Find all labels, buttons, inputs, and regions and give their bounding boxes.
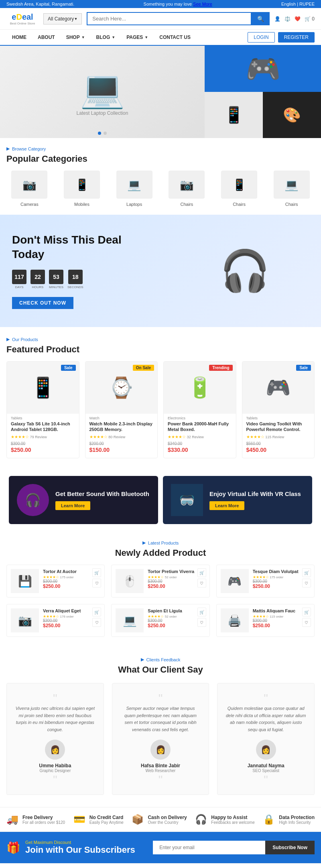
- hero-phone: 📱: [205, 92, 263, 138]
- promo-vr-cta[interactable]: Learn More: [209, 501, 244, 510]
- nav-about[interactable]: ABOUT: [32, 30, 61, 45]
- newly-product-info-6: Mattis Aliquam Fauc ★★★★☆ 115 order $300…: [253, 608, 310, 628]
- testimonials-label: Clients Feedback: [6, 657, 315, 662]
- add-to-cart-button[interactable]: 🛒: [92, 608, 101, 616]
- newsletter-email-input[interactable]: [153, 841, 265, 854]
- category-dropdown[interactable]: All Category ▼: [43, 13, 82, 24]
- add-to-cart-button[interactable]: 🛒: [302, 608, 311, 616]
- newly-product-actions-3: 🛒 ♡: [302, 568, 311, 587]
- wishlist-button[interactable]: ♡: [302, 579, 311, 587]
- timer-days: 117 DAYS: [12, 270, 26, 289]
- newly-product-info-1: Tortor At Auctor ★★★★☆ 175 order $300.00…: [43, 569, 100, 589]
- carousel-dot-1[interactable]: [98, 132, 101, 135]
- product-card-gaming: Sale 🎮 Tablets Video Gaming Toolkit With…: [242, 361, 315, 458]
- category-chairs-3[interactable]: 💻 Chairs: [268, 171, 315, 207]
- open-quote-icon: ": [226, 691, 306, 705]
- reviewer-avatar-1: 👩: [45, 740, 65, 760]
- newly-product-actions-2: 🛒 ♡: [197, 568, 206, 587]
- deal-title: Don't Miss This Deal Today: [12, 233, 124, 262]
- nav-pages[interactable]: PAGES ▼: [121, 30, 154, 45]
- user-icon[interactable]: 👤: [274, 16, 280, 22]
- close-quote-icon: ": [226, 773, 306, 787]
- register-button[interactable]: REGISTER: [278, 32, 315, 43]
- newly-product-img-2: 🖱️: [116, 569, 144, 593]
- add-to-cart-button[interactable]: 🛒: [92, 568, 101, 577]
- timer-hours: 22 HOURS: [30, 270, 45, 289]
- chairs-image-1: 📷: [169, 171, 205, 199]
- cart-icon[interactable]: 🛒 0: [305, 16, 315, 22]
- newly-product-grid: 💾 Tortor At Auctor ★★★★☆ 175 order $300.…: [6, 565, 315, 637]
- nav-home[interactable]: HOME: [6, 30, 32, 45]
- nav-blog[interactable]: BLOG ▼: [91, 30, 121, 45]
- carousel-dot-2[interactable]: [104, 132, 107, 135]
- category-chairs-1[interactable]: 📷 Chairs: [164, 171, 210, 207]
- see-more-link[interactable]: See More: [193, 2, 212, 6]
- nav-contact[interactable]: CONTACT US: [154, 30, 196, 45]
- category-chairs-2[interactable]: 📱 Chairs: [216, 171, 262, 207]
- category-laptops[interactable]: 💻 Laptops: [111, 171, 157, 207]
- add-to-cart-button[interactable]: 🛒: [197, 568, 206, 577]
- feature-protection: 🔒 Data Protection High Info Security: [263, 814, 315, 825]
- category-section-title: Popular Categories: [6, 154, 315, 164]
- close-quote-icon: ": [120, 773, 201, 787]
- wishlist-button[interactable]: ♡: [197, 618, 206, 627]
- category-mobiles[interactable]: 📱 Mobiles: [59, 171, 105, 207]
- wishlist-button[interactable]: ♡: [302, 618, 311, 627]
- add-to-cart-button[interactable]: 🛒: [302, 568, 311, 577]
- search-input[interactable]: [87, 12, 252, 25]
- product-badge-on-sale: On Sale: [133, 365, 154, 371]
- laptop-image: 💻 Latest Laptop Collection: [77, 68, 128, 116]
- newly-product-info-2: Tortor Pretium Viverra ★★★★☆ 52 order $3…: [148, 569, 205, 589]
- chevron-down-icon: ▼: [81, 35, 85, 39]
- logo[interactable]: eDeal Best Online Store: [6, 12, 39, 25]
- hero-main: 💻 Latest Laptop Collection: [0, 46, 205, 138]
- category-section-label: Browse Category: [6, 146, 315, 151]
- wishlist-button[interactable]: ♡: [197, 579, 206, 587]
- featured-product-grid: Sale 📱 Tablets Galaxy Tab S6 Lite 10.4-i…: [6, 361, 315, 458]
- close-quote-icon: ": [15, 773, 95, 787]
- feature-cash: 📦 Cash on Delivery Over the Country: [132, 814, 187, 825]
- wishlist-icon[interactable]: ❤️: [295, 16, 301, 22]
- feature-assist: 🎧 Happy to Assist Feedbacks are welcome: [195, 814, 254, 825]
- hero-banner: 💻 Latest Laptop Collection 🎮 📱 🎨: [0, 46, 321, 138]
- deal-banner: Don't Miss This Deal Today 117 DAYS 22 H…: [0, 215, 321, 327]
- navigation: HOME ABOUT SHOP ▼ BLOG ▼ PAGES ▼ CONTACT…: [0, 30, 321, 46]
- newly-product-img-6: 🖨️: [221, 608, 249, 632]
- search-button[interactable]: 🔍: [252, 12, 270, 25]
- promo-bluetooth-image: 🎧: [17, 484, 49, 516]
- promo-bluetooth: 🎧 Get Better Sound With Bluetooth Learn …: [9, 476, 158, 524]
- wishlist-button[interactable]: ♡: [92, 579, 101, 587]
- list-item: 💾 Tortor At Auctor ★★★★☆ 175 order $300.…: [6, 565, 105, 598]
- deal-timer: 117 DAYS 22 HOURS 53 MINUTES 18 SECONDS: [12, 270, 124, 289]
- promo-bluetooth-title: Get Better Sound With Bluetooth: [55, 490, 149, 498]
- login-button[interactable]: LOGIN: [248, 32, 274, 43]
- list-item: 💻 Sapien Et Ligula ★★★★☆ 52 order $300.0…: [111, 604, 209, 637]
- product-badge-trending: Trending: [209, 365, 232, 371]
- category-grid: 📷 Cameras 📱 Mobiles 💻 Laptops 📷 Chairs 📱…: [6, 171, 315, 207]
- promo-vr-image: 🥽: [171, 484, 203, 516]
- newly-added-section: Latest Products Newly Added Product 💾 To…: [0, 532, 321, 645]
- gift-icon: 🎁: [6, 841, 20, 854]
- checkout-button[interactable]: CHECK OUT NOW: [12, 297, 73, 309]
- featured-section-title: Featured Product: [6, 344, 315, 355]
- newsletter-form: Subscribe Now: [153, 841, 315, 854]
- wishlist-button[interactable]: ♡: [92, 618, 101, 627]
- newly-section-label: Latest Products: [6, 540, 315, 545]
- newly-product-actions-4: 🛒 ♡: [92, 608, 101, 627]
- testimonial-card-3: " Quidem molestiae qua conse quatur ad d…: [217, 683, 315, 795]
- header: eDeal Best Online Store All Category ▼ 🔍…: [0, 8, 321, 30]
- promo-vr-content: Enjoy Virtual Life With VR Class Learn M…: [209, 490, 301, 510]
- hero-art: 🎨: [263, 92, 321, 138]
- promo-bluetooth-cta[interactable]: Learn More: [55, 501, 90, 510]
- add-to-cart-button[interactable]: 🛒: [197, 608, 206, 616]
- nav-shop[interactable]: SHOP ▼: [61, 30, 91, 45]
- cameras-image: 📷: [11, 171, 47, 199]
- promo-bluetooth-content: Get Better Sound With Bluetooth Learn Mo…: [55, 490, 149, 510]
- feature-delivery: 🚚 Free Delivery For all orders over $120: [6, 814, 65, 825]
- features-bar: 🚚 Free Delivery For all orders over $120…: [0, 807, 321, 832]
- open-quote-icon: ": [15, 691, 95, 705]
- credit-card-icon: 💳: [73, 814, 85, 825]
- compare-icon[interactable]: ⚖️: [284, 16, 291, 22]
- newsletter-subscribe-button[interactable]: Subscribe Now: [265, 841, 315, 854]
- category-cameras[interactable]: 📷 Cameras: [6, 171, 53, 207]
